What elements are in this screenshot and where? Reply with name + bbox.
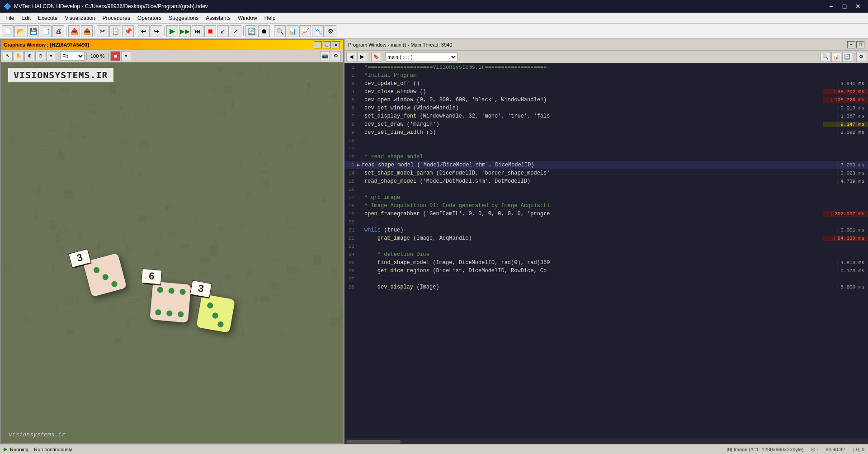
line-timing-21: |0.001 ms xyxy=(823,227,868,233)
code-line-28[interactable]: 28 dev_display (Image)|5.800 ms xyxy=(344,283,868,291)
gfx-zoom-out[interactable]: ⊖ xyxy=(35,51,45,61)
toolbar-stop[interactable]: ⏹ xyxy=(204,25,216,37)
code-line-4[interactable]: 4dev_close_window ()|38.702 ms xyxy=(344,88,868,96)
prog-scrollbar-thumb[interactable] xyxy=(346,440,401,444)
code-line-20[interactable]: 20 xyxy=(344,218,868,226)
code-line-3[interactable]: 3dev_update_off ()|3.941 ms xyxy=(344,80,868,88)
prog-settings[interactable]: ⚙ xyxy=(856,52,866,62)
code-line-1[interactable]: 1*====================visionsystems.ir==… xyxy=(344,63,868,71)
code-line-25[interactable]: 25 find_shape_model (Image, DiceModelID,… xyxy=(344,259,868,267)
prog-refresh[interactable]: 🔄 xyxy=(842,52,852,62)
code-line-22[interactable]: 22 grab_image (Image, AcqHandle)|84.330 … xyxy=(344,234,868,242)
toolbar-paste[interactable]: 📌 xyxy=(122,25,134,37)
code-line-8[interactable]: 8dev_set_draw ('margin')|9.147 ms xyxy=(344,120,868,128)
line-timing-6: |0.013 ms xyxy=(823,105,868,111)
code-line-16[interactable]: 16 xyxy=(344,185,868,194)
toolbar-run[interactable]: ▶ xyxy=(166,25,178,37)
toolbar-chart[interactable]: 📊 xyxy=(287,25,298,37)
toolbar-redo[interactable]: ↪ xyxy=(151,25,162,37)
gfx-zoom-in[interactable]: ⊕ xyxy=(24,51,34,61)
code-line-9[interactable]: 9dev_set_line_width (3)|2.092 ms xyxy=(344,128,868,137)
code-line-11[interactable]: 11 xyxy=(344,145,868,153)
toolbar-copy[interactable]: 📋 xyxy=(109,25,121,37)
toolbar-sep-1 xyxy=(66,26,66,36)
toolbar-save[interactable]: 💾 xyxy=(27,25,39,37)
menu-assistants[interactable]: Assistants xyxy=(202,13,234,23)
code-line-7[interactable]: 7set_display_font (WindowHandle, 32, 'mo… xyxy=(344,112,868,120)
code-line-19[interactable]: 19open_framegrabber ('GenICamTL', 0, 0, … xyxy=(344,210,868,218)
prog-search[interactable]: 🔍 xyxy=(821,52,830,62)
toolbar-cut[interactable]: ✂ xyxy=(97,25,108,37)
code-line-17[interactable]: 17* grb image xyxy=(344,194,868,202)
close-button[interactable]: ✕ xyxy=(852,2,864,11)
prog-procedure-select[interactable]: main ( : : : ) xyxy=(385,52,458,61)
menu-visualization[interactable]: Visualization xyxy=(61,13,99,23)
gfx-color-menu[interactable]: ▾ xyxy=(121,51,131,61)
toolbar-reset[interactable]: 🔄 xyxy=(245,25,257,37)
gfx-minimize[interactable]: − xyxy=(314,41,322,48)
prog-minimize[interactable]: − xyxy=(847,41,855,48)
toolbar-zoom[interactable]: 🔍 xyxy=(274,25,286,37)
toolbar-import[interactable]: 📥 xyxy=(68,25,80,37)
gfx-zoom-fit-select[interactable]: Fit 100 % 50 % 200 % xyxy=(60,52,85,61)
code-line-5[interactable]: 5dev_open_window (0, 0, 800, 600, 'black… xyxy=(344,96,868,104)
code-line-12[interactable]: 12* read shape model xyxy=(344,153,868,161)
code-line-13[interactable]: 13▶read_shape_model ('Model/DiceModel.sh… xyxy=(344,161,868,169)
toolbar-new[interactable]: 📄 xyxy=(2,25,14,37)
toolbar-step[interactable]: ⏭ xyxy=(192,25,203,37)
gfx-settings[interactable]: ⚙ xyxy=(331,51,341,61)
toolbar-open[interactable]: 📂 xyxy=(14,25,26,37)
code-line-21[interactable]: 21while (true)|0.001 ms xyxy=(344,226,868,234)
code-editor[interactable]: 1*====================visionsystems.ir==… xyxy=(344,63,868,439)
gfx-hand-tool[interactable]: ✋ xyxy=(14,51,24,61)
vision-systems-label-bottom: visionsystems.ir xyxy=(8,431,65,438)
gfx-snapshot[interactable]: 📷 xyxy=(320,51,330,61)
code-line-15[interactable]: 15read_shape_model ('Model/DotModel.shm'… xyxy=(344,177,868,185)
prog-next[interactable]: ▶ xyxy=(357,52,367,62)
menu-edit[interactable]: Edit xyxy=(18,13,34,23)
toolbar-chart2[interactable]: 📈 xyxy=(299,25,311,37)
menu-operators[interactable]: Operators xyxy=(134,13,165,23)
line-number-25: 25 xyxy=(344,260,357,265)
code-line-10[interactable]: 10 xyxy=(344,137,868,145)
toolbar-settings[interactable]: ⚙ xyxy=(325,25,336,37)
gfx-zoom-menu[interactable]: ▾ xyxy=(46,51,56,61)
menu-procedures[interactable]: Procedures xyxy=(99,13,134,23)
menu-window[interactable]: Window xyxy=(234,13,261,23)
gfx-arrow-tool[interactable]: ↖ xyxy=(3,51,13,61)
code-line-14[interactable]: 14set_shape_model_param (DiceModelID, 'b… xyxy=(344,169,868,177)
code-line-23[interactable]: 23 xyxy=(344,242,868,251)
code-line-2[interactable]: 2*Initial Program xyxy=(344,71,868,80)
toolbar-print[interactable]: 🖨 xyxy=(52,25,64,37)
menu-file[interactable]: File xyxy=(2,13,18,23)
gfx-close[interactable]: ✕ xyxy=(332,41,340,48)
prog-prev[interactable]: ◀ xyxy=(346,52,356,62)
toolbar-sep-5 xyxy=(243,26,244,36)
prog-profile[interactable]: 📊 xyxy=(831,52,841,62)
toolbar-record[interactable]: ⏺ xyxy=(258,25,270,37)
toolbar-undo[interactable]: ↩ xyxy=(138,25,150,37)
prog-bookmark[interactable]: 🔖 xyxy=(371,52,381,62)
menu-help[interactable]: Help xyxy=(261,13,279,23)
code-line-24[interactable]: 24 * detection Dice xyxy=(344,251,868,259)
code-line-27[interactable]: 27 xyxy=(344,275,868,283)
prog-horizontal-scrollbar[interactable] xyxy=(344,439,868,444)
code-line-26[interactable]: 26 get_dice_regions (DiceList, DiceModel… xyxy=(344,267,868,275)
toolbar-step-in[interactable]: ↙ xyxy=(217,25,229,37)
minimize-button[interactable]: − xyxy=(825,2,837,11)
gfx-color-picker[interactable]: ■ xyxy=(110,51,120,61)
toolbar-export[interactable]: 📤 xyxy=(81,25,93,37)
gfx-maximize[interactable]: □ xyxy=(323,41,331,48)
toolbar-save-as[interactable]: 📑 xyxy=(40,25,52,37)
line-number-4: 4 xyxy=(344,89,357,95)
menu-execute[interactable]: Execute xyxy=(34,13,61,23)
maximize-button[interactable]: □ xyxy=(838,2,851,11)
prog-maximize[interactable]: □ xyxy=(856,41,864,48)
toolbar-chart3[interactable]: 📉 xyxy=(312,25,324,37)
toolbar-step-out[interactable]: ↗ xyxy=(230,25,241,37)
toolbar-run-cont[interactable]: ▶▶ xyxy=(179,25,191,37)
code-line-18[interactable]: 18* Image Acquisition 01: Code generated… xyxy=(344,202,868,210)
menu-suggestions[interactable]: Suggestions xyxy=(165,13,202,23)
run-status-icon: ▶ xyxy=(4,446,7,452)
code-line-6[interactable]: 6dev_get_window (WindowHandle)|0.013 ms xyxy=(344,104,868,112)
